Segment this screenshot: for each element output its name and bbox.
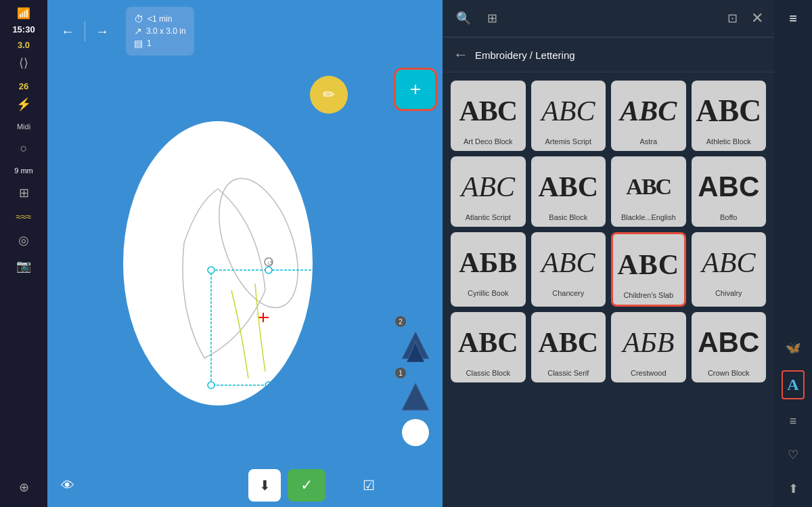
layers-info: 1 bbox=[147, 39, 152, 48]
font-name: Boffo bbox=[720, 213, 738, 221]
svg-point-6 bbox=[265, 267, 272, 273]
close-button[interactable]: ✕ bbox=[751, 9, 763, 27]
time-icon: ⏱ bbox=[134, 14, 143, 24]
size-info: 3.0 x 3.0 in bbox=[146, 26, 186, 36]
hamburger-menu-button[interactable]: ≡ bbox=[785, 7, 801, 30]
font-card-atlantic-script[interactable]: ABC Atlantic Script bbox=[451, 156, 526, 227]
font-card-cyrillic-book[interactable]: АБВ Cyrillic Book bbox=[451, 232, 526, 307]
usb-button[interactable]: ⬆ bbox=[784, 477, 803, 500]
font-name: Children's Slab bbox=[623, 291, 673, 299]
font-preview: ABC bbox=[614, 163, 683, 211]
count-value: 26 bbox=[19, 81, 28, 91]
font-preview: ABC bbox=[695, 319, 763, 366]
breadcrumb-text: Embroidery / Lettering bbox=[475, 49, 575, 61]
font-name: Basic Block bbox=[549, 213, 587, 221]
confirm-button[interactable]: ✓ bbox=[288, 469, 325, 502]
font-card-blackle-english[interactable]: ABC Blackle...English bbox=[611, 156, 686, 227]
needle-icon: ⊞ bbox=[19, 185, 29, 200]
letter-a-button[interactable]: A bbox=[782, 370, 804, 399]
svg-point-2 bbox=[208, 267, 215, 273]
font-card-childrens-slab[interactable]: ABC Children's Slab bbox=[611, 232, 686, 307]
svg-point-4 bbox=[208, 382, 215, 389]
redo-button[interactable]: → bbox=[92, 20, 112, 43]
font-name: Athletic Block bbox=[706, 137, 751, 146]
font-card-bottom1[interactable]: ABC Classic Block bbox=[451, 312, 526, 382]
font-preview: ABC bbox=[454, 163, 522, 211]
font-preview: ABC bbox=[535, 87, 603, 135]
add-layer-button[interactable]: + bbox=[394, 68, 437, 111]
svg-marker-14 bbox=[402, 383, 429, 410]
minimize-button[interactable]: ⊡ bbox=[725, 8, 740, 28]
layer-item[interactable]: 2 bbox=[395, 316, 436, 365]
font-card-artemis-script[interactable]: ABC Artemis Script bbox=[531, 81, 606, 151]
font-card-boffo[interactable]: ABC Boffo bbox=[692, 156, 767, 227]
toolbar-divider bbox=[85, 21, 85, 41]
font-name: Chivalry bbox=[715, 289, 742, 297]
font-card-chancery[interactable]: ABC Chancery bbox=[531, 232, 606, 307]
heart-button[interactable]: ♡ bbox=[784, 443, 803, 466]
size-icon: ↗ bbox=[134, 26, 142, 37]
font-name: Atlantic Script bbox=[466, 213, 511, 221]
font-card-art-deco-block[interactable]: ABC Art Deco Block bbox=[451, 81, 526, 151]
time-info: <1 min bbox=[148, 14, 172, 24]
svg-text:↺: ↺ bbox=[267, 259, 273, 267]
font-preview: ABC bbox=[535, 239, 603, 286]
time-display: 15:30 bbox=[12, 24, 35, 35]
stitch-icon: ⟨⟩ bbox=[19, 56, 28, 70]
layer-white-thumbnail bbox=[402, 419, 429, 446]
needle-size: 9 mm bbox=[14, 167, 33, 175]
font-panel: 🔍 ⊞ ⊡ ✕ ← Embroidery / Lettering ABC Art… bbox=[443, 0, 774, 507]
font-preview: ABC bbox=[695, 87, 763, 135]
font-card-chivalry[interactable]: ABC Chivalry bbox=[692, 232, 767, 307]
view-button[interactable]: ⊞ bbox=[484, 8, 500, 28]
search-button[interactable]: 🔍 bbox=[453, 8, 474, 28]
font-name: Artemis Script bbox=[545, 137, 591, 146]
right-side-panel: ≡ 🦋 A ≡ ♡ ⬆ bbox=[774, 0, 812, 507]
canvas-wrapper: ✏ ↺ bbox=[47, 62, 388, 464]
font-card-bottom2[interactable]: ABC Classic Serif bbox=[531, 312, 606, 382]
font-card-bottom4[interactable]: ABC Crown Block bbox=[692, 312, 767, 382]
font-preview: ABC bbox=[616, 241, 681, 288]
font-preview: ABC bbox=[454, 87, 522, 135]
speed-value: 3.0 bbox=[18, 40, 30, 50]
font-card-bottom3[interactable]: АБВ Crestwood bbox=[611, 312, 686, 382]
undo-button[interactable]: ← bbox=[58, 20, 78, 43]
wifi-icon: 📶 bbox=[17, 7, 30, 20]
camera-icon: 📷 bbox=[16, 259, 31, 273]
font-name: Art Deco Block bbox=[464, 137, 513, 146]
layer-number: 1 bbox=[395, 368, 406, 378]
left-sidebar: 📶 15:30 3.0 ⟨⟩ 26 ⚡ Midi ○ 9 mm ⊞ ≈≈≈ ◎ … bbox=[0, 0, 47, 507]
font-name: Classic Serif bbox=[547, 369, 589, 377]
bottom-toolbar: 👁 ⬇ ✓ ☑ bbox=[47, 464, 388, 507]
layer-stack: 2 1 bbox=[395, 316, 436, 446]
stitch-pattern-icon: ≈≈≈ bbox=[16, 211, 31, 222]
back-button[interactable]: ← bbox=[453, 46, 468, 64]
stitch-lines-button[interactable]: ≡ bbox=[786, 410, 801, 433]
font-card-athletic-block[interactable]: ABC Athletic Block bbox=[692, 81, 767, 151]
font-card-astra[interactable]: ABC Astra bbox=[611, 81, 686, 151]
font-name: Astra bbox=[639, 137, 657, 146]
font-panel-header: 🔍 ⊞ ⊡ ✕ bbox=[443, 0, 774, 37]
visibility-button[interactable]: 👁 bbox=[58, 475, 78, 497]
layer-item[interactable] bbox=[395, 419, 436, 446]
font-name: Blackle...English bbox=[621, 213, 676, 221]
layer-item[interactable]: 1 bbox=[395, 368, 436, 416]
font-preview: ABC bbox=[695, 239, 763, 286]
layers-toggle-button[interactable]: ☑ bbox=[359, 474, 378, 497]
design-canvas: ↺ bbox=[123, 121, 313, 405]
font-preview: АБВ bbox=[454, 239, 522, 286]
svg-point-7 bbox=[265, 382, 272, 389]
bobbin-icon: ○ bbox=[20, 141, 28, 156]
crosshair-icon: ⊕ bbox=[19, 480, 29, 495]
speed-indicator-icon: ⚡ bbox=[16, 97, 31, 112]
font-card-basic-block[interactable]: ABC Basic Block bbox=[531, 156, 606, 227]
font-name: Chancery bbox=[552, 289, 584, 297]
butterfly-icon-button[interactable]: 🦋 bbox=[782, 336, 805, 359]
layer-1-thumbnail bbox=[397, 380, 434, 414]
download-button[interactable]: ⬇ bbox=[248, 469, 281, 502]
midi-label: Midi bbox=[17, 123, 30, 131]
font-name: Cyrillic Book bbox=[468, 289, 509, 297]
font-name: Classic Block bbox=[466, 369, 510, 377]
edit-button[interactable]: ✏ bbox=[310, 76, 348, 114]
top-toolbar: ← → ⏱ <1 min ↗ 3.0 x 3.0 in ▤ 1 bbox=[47, 0, 388, 62]
